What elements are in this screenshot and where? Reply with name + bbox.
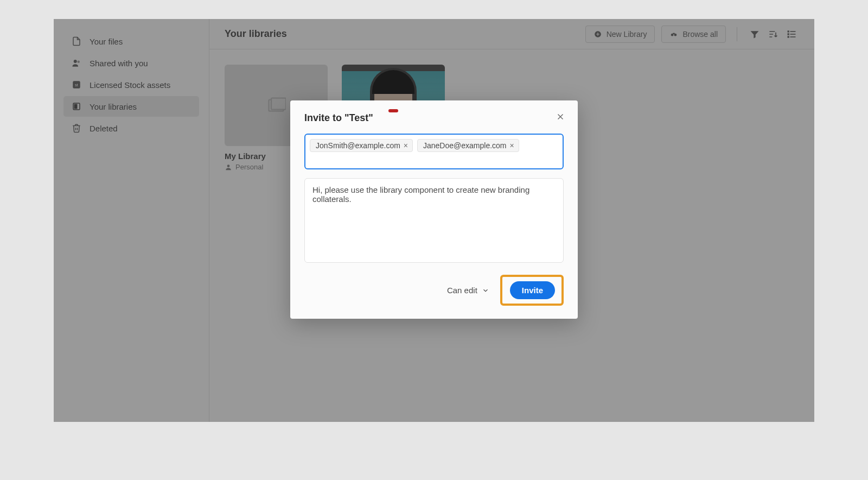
invite-highlight: Invite xyxy=(500,275,564,306)
permission-label: Can edit xyxy=(447,286,477,295)
email-chip: JonSmith@example.com × xyxy=(310,139,413,152)
modal-overlay: Invite to "Test" JonSmith@example.com × … xyxy=(54,19,814,422)
close-button[interactable] xyxy=(554,110,567,123)
chevron-down-icon xyxy=(482,287,489,294)
dialog-title: Invite to "Test" xyxy=(304,112,564,124)
invite-dialog: Invite to "Test" JonSmith@example.com × … xyxy=(290,100,578,319)
message-input[interactable] xyxy=(304,178,564,263)
invite-button[interactable]: Invite xyxy=(510,281,555,299)
dialog-footer: Can edit Invite xyxy=(304,275,564,306)
email-chip-label: JonSmith@example.com xyxy=(316,141,400,150)
email-input[interactable]: JonSmith@example.com × JaneDoe@example.c… xyxy=(304,134,564,169)
remove-chip-button[interactable]: × xyxy=(510,142,514,149)
permission-dropdown[interactable]: Can edit xyxy=(447,286,489,295)
app-window: Your files Shared with you st Licensed S… xyxy=(54,19,814,422)
email-chip-label: JaneDoe@example.com xyxy=(423,141,507,150)
close-icon xyxy=(556,112,565,122)
remove-chip-button[interactable]: × xyxy=(404,142,408,149)
email-chip: JaneDoe@example.com × xyxy=(417,139,519,152)
